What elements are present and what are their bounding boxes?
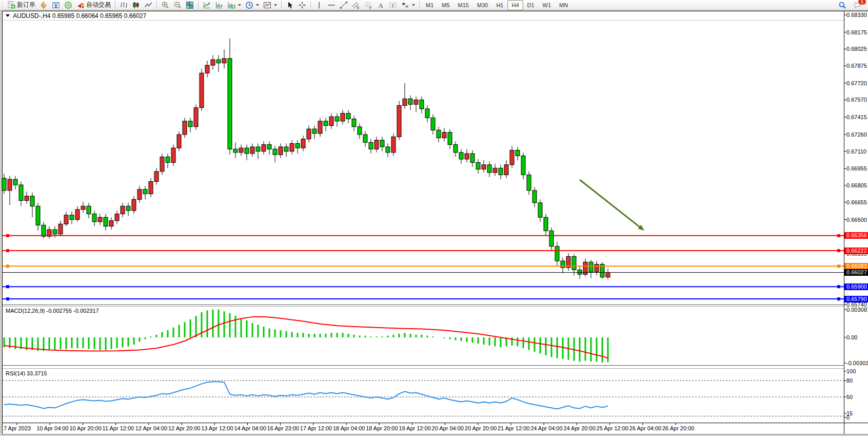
price-line-handle[interactable]	[6, 264, 9, 268]
candle-chart-button[interactable]	[130, 0, 142, 10]
tf-mn-button[interactable]: MN	[555, 0, 572, 10]
candle-body	[510, 150, 514, 164]
tf-d1-button[interactable]: D1	[523, 0, 539, 10]
candle-body	[437, 130, 441, 138]
candle-body	[341, 113, 345, 121]
signal-button[interactable]	[62, 0, 74, 10]
candle-body	[132, 199, 136, 211]
profile-button[interactable]	[50, 0, 62, 10]
price-line-handle[interactable]	[837, 234, 840, 237]
crosshair-button[interactable]	[296, 0, 308, 10]
chevron-down-icon[interactable]	[256, 4, 259, 6]
candle-body	[64, 215, 68, 224]
price-line-handle[interactable]	[6, 249, 9, 252]
candle-body	[408, 99, 412, 104]
candle-body	[284, 147, 288, 151]
indicators-button[interactable]	[201, 0, 213, 10]
chevron-down-icon[interactable]	[274, 4, 277, 6]
template-button[interactable]	[261, 0, 279, 10]
publisher-button[interactable]	[37, 0, 50, 10]
candle-body	[8, 179, 12, 191]
signal-icon	[64, 1, 72, 9]
toolbar-separator	[419, 1, 420, 9]
shapes-button[interactable]	[399, 0, 417, 10]
chart-canvas[interactable]	[0, 0, 868, 436]
candle-body	[256, 147, 260, 151]
tf-h4-button[interactable]: H4	[507, 0, 523, 10]
shapes-icon	[401, 1, 409, 9]
candle-body	[459, 153, 463, 159]
candle-body	[425, 109, 429, 118]
price-tag[interactable]: 0.66083	[844, 263, 868, 270]
period-button[interactable]	[243, 0, 261, 10]
search-button[interactable]	[836, 0, 849, 10]
candle-body	[363, 135, 367, 142]
cursor-icon	[286, 1, 294, 9]
candle-body	[239, 148, 243, 153]
price-line-handle[interactable]	[6, 285, 9, 288]
rsi-label: RSI(14) 33.3715	[6, 370, 47, 376]
candle-body	[465, 154, 469, 159]
candle-body	[476, 162, 480, 169]
tf-m1-button[interactable]: M1	[422, 0, 438, 10]
candle-body	[137, 189, 142, 200]
macd-scale-label: 0.00	[846, 334, 857, 340]
toolbar-grip[interactable]	[2, 1, 4, 9]
time-axis-label: 10 Apr 04:00	[36, 425, 68, 431]
tf-m5-button[interactable]: M5	[438, 0, 453, 10]
candle-body	[81, 206, 85, 210]
candle-body	[448, 132, 452, 145]
price-axis-label: 0.66805	[846, 182, 867, 188]
price-axis[interactable]: 0.683300.681750.680250.678750.677200.675…	[844, 0, 868, 436]
chevron-down-icon[interactable]	[238, 4, 241, 6]
rsi-scale-label: 100	[846, 368, 856, 374]
price-line-handle[interactable]	[6, 234, 9, 237]
price-tag[interactable]: 0.66222	[844, 248, 868, 254]
toolbar-right: 1	[836, 0, 867, 10]
candle-body	[2, 178, 6, 191]
candle-body	[98, 217, 102, 222]
new-order-button[interactable]: 新订单	[5, 0, 37, 10]
tf-h1-button[interactable]: H1	[492, 0, 507, 10]
chevron-down-icon[interactable]	[412, 4, 415, 6]
price-line-handle[interactable]	[6, 297, 9, 300]
new-chart-button[interactable]	[225, 0, 243, 10]
candle-body	[346, 113, 350, 119]
line-chart-button[interactable]	[142, 0, 154, 10]
time-axis-label: 26 Apr 20:00	[662, 425, 694, 431]
text-button[interactable]: A	[374, 0, 387, 10]
time-axis-label: 24 Apr 20:00	[563, 425, 595, 431]
price-axis-label: 0.67875	[846, 63, 867, 69]
fibonacci-button[interactable]: F	[362, 0, 374, 10]
time-axis-label: 17 Apr 12:00	[300, 425, 332, 431]
price-line-handle[interactable]	[837, 285, 840, 288]
autotrade-button[interactable]: 自动交易	[74, 0, 113, 10]
price-line-handle[interactable]	[837, 297, 840, 300]
price-tag[interactable]: 0.65790	[844, 296, 868, 302]
price-tag[interactable]: 0.66356	[844, 232, 868, 239]
chat-button[interactable]: 1	[852, 0, 864, 10]
candle-body	[13, 179, 17, 185]
bar-chart-button[interactable]	[117, 0, 130, 10]
price-tag[interactable]: 0.65900	[844, 283, 868, 290]
trendline-button[interactable]	[338, 0, 350, 10]
price-line-handle[interactable]	[837, 249, 840, 252]
time-axis[interactable]: 7 Apr 202310 Apr 04:0010 Apr 20:0011 Apr…	[3, 424, 844, 432]
indicator-list-button[interactable]	[213, 0, 225, 10]
tf-m30-button[interactable]: M30	[473, 0, 492, 10]
tf-w1-button[interactable]: W1	[539, 0, 556, 10]
chart-menu-caret-icon[interactable]	[6, 14, 10, 17]
tile-windows-button[interactable]	[184, 0, 196, 10]
vline-button[interactable]	[313, 0, 325, 10]
zoom-in-button[interactable]	[159, 0, 171, 10]
channel-button[interactable]: E	[350, 0, 362, 10]
hline-button[interactable]	[325, 0, 338, 10]
price-tag[interactable]: 0.66027	[844, 269, 868, 276]
price-line-handle[interactable]	[837, 264, 840, 268]
cursor-button[interactable]	[284, 0, 296, 10]
time-axis-label: 16 Apr 23:00	[267, 425, 299, 431]
toolbar-separator	[115, 1, 115, 9]
tf-m15-button[interactable]: M15	[454, 0, 473, 10]
zoom-out-button[interactable]	[171, 0, 184, 10]
label-button[interactable]: T	[387, 0, 399, 10]
